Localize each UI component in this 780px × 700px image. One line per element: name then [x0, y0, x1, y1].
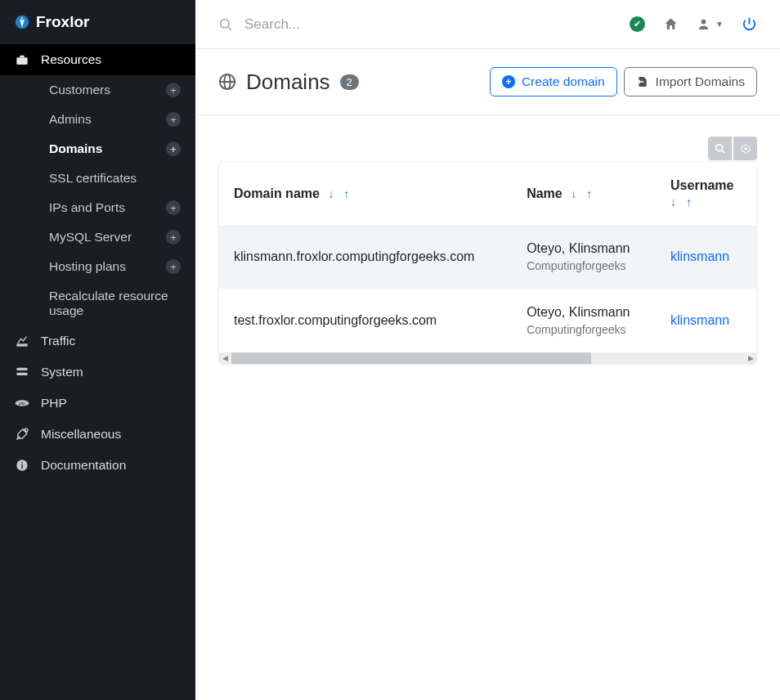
nav-section-php[interactable]: phpPHP	[0, 388, 195, 419]
sort-arrows-icon[interactable]: ↓ ↑	[571, 187, 595, 200]
nav-item-ips-and-ports[interactable]: IPs and Ports+	[34, 193, 195, 222]
svg-rect-4	[16, 368, 27, 370]
add-icon[interactable]: +	[166, 200, 181, 215]
horizontal-scrollbar[interactable]: ◀ ▶	[219, 352, 756, 364]
chevron-down-icon: ▼	[715, 20, 724, 29]
search-input[interactable]	[244, 16, 506, 33]
import-icon	[636, 75, 649, 88]
nav-item-hosting-plans[interactable]: Hosting plans+	[34, 252, 195, 281]
add-icon[interactable]: +	[166, 112, 181, 127]
create-domain-button[interactable]: + Create domain	[490, 67, 617, 96]
count-badge: 2	[340, 74, 359, 90]
cell-username[interactable]: klinsmann	[656, 289, 756, 352]
svg-rect-10	[21, 462, 22, 463]
scroll-left-icon[interactable]: ◀	[219, 352, 231, 364]
brand-name: Froxlor	[36, 13, 89, 31]
main: ✔ ▼ Domains 2 + Create domain	[195, 0, 780, 700]
nav-section-system[interactable]: System	[0, 357, 195, 388]
nav: ResourcesCustomers+Admins+Domains+SSL ce…	[0, 44, 195, 481]
svg-point-20	[744, 147, 747, 150]
section-icon	[15, 366, 29, 378]
nav-item-mysql-server[interactable]: MySQL Server+	[34, 222, 195, 252]
search-icon	[218, 17, 233, 32]
svg-rect-2	[20, 56, 24, 58]
sort-arrows-icon[interactable]: ↓ ↑	[328, 187, 352, 200]
svg-rect-9	[21, 464, 22, 469]
table-row[interactable]: test.froxlor.computingforgeeks.comOteyo,…	[219, 289, 756, 352]
add-icon[interactable]: +	[166, 141, 181, 156]
nav-section-resources[interactable]: Resources	[0, 44, 195, 75]
sort-arrows-icon[interactable]: ↓ ↑	[670, 195, 742, 209]
nav-item-admins[interactable]: Admins+	[34, 105, 195, 134]
svg-rect-3	[16, 343, 27, 346]
cell-name: Oteyo, KlinsmannComputingforgeeks	[512, 289, 656, 352]
section-icon	[15, 54, 29, 65]
cell-domain: klinsmann.froxlor.computingforgeeks.com	[219, 225, 512, 289]
svg-line-12	[228, 27, 231, 30]
cell-domain: test.froxlor.computingforgeeks.com	[219, 289, 512, 352]
globe-icon	[218, 73, 236, 91]
home-icon[interactable]	[663, 16, 679, 32]
create-label: Create domain	[522, 74, 605, 89]
sidebar: Froxlor ResourcesCustomers+Admins+Domain…	[0, 0, 195, 700]
page-title: Domains	[246, 70, 330, 95]
section-icon	[15, 335, 29, 347]
scrollbar-thumb[interactable]	[231, 352, 591, 364]
add-icon[interactable]: +	[166, 259, 181, 274]
content: Domain name ↓ ↑ Name ↓ ↑ Username ↓ ↑	[195, 115, 780, 386]
status-ok-icon[interactable]: ✔	[630, 16, 645, 32]
svg-rect-1	[16, 57, 27, 65]
nav-section-miscellaneous[interactable]: Miscellaneous	[0, 419, 195, 450]
import-label: Import Domains	[656, 74, 745, 89]
col-username[interactable]: Username ↓ ↑	[656, 162, 756, 225]
col-name[interactable]: Name ↓ ↑	[512, 162, 656, 225]
import-domains-button[interactable]: Import Domains	[624, 67, 757, 96]
search	[218, 16, 506, 33]
section-icon	[15, 459, 29, 472]
table-search-icon[interactable]	[708, 137, 732, 160]
page-header: Domains 2 + Create domain Import Domains	[195, 49, 780, 115]
top-actions: ✔ ▼	[630, 16, 757, 32]
svg-rect-5	[16, 373, 27, 375]
svg-point-13	[702, 20, 706, 25]
svg-point-18	[715, 144, 722, 150]
table-row[interactable]: klinsmann.froxlor.computingforgeeks.comO…	[219, 225, 756, 289]
domains-table: Domain name ↓ ↑ Name ↓ ↑ Username ↓ ↑	[218, 161, 757, 365]
topbar: ✔ ▼	[195, 0, 780, 49]
col-domain[interactable]: Domain name ↓ ↑	[219, 162, 512, 225]
user-menu[interactable]: ▼	[697, 17, 724, 31]
nav-item-domains[interactable]: Domains+	[34, 134, 195, 164]
svg-line-19	[721, 150, 724, 153]
scroll-right-icon[interactable]: ▶	[745, 352, 756, 364]
brand[interactable]: Froxlor	[0, 0, 195, 44]
table-settings-icon[interactable]	[733, 137, 757, 160]
svg-point-11	[221, 19, 230, 28]
plus-circle-icon: +	[502, 75, 515, 88]
cell-username[interactable]: klinsmann	[656, 225, 756, 289]
cell-name: Oteyo, KlinsmannComputingforgeeks	[512, 225, 656, 289]
nav-section-traffic[interactable]: Traffic	[0, 325, 195, 357]
app-logo-icon	[15, 13, 29, 31]
nav-item-ssl-certificates[interactable]: SSL certificates	[34, 164, 195, 193]
nav-item-customers[interactable]: Customers+	[34, 75, 195, 105]
nav-section-documentation[interactable]: Documentation	[0, 450, 195, 481]
section-icon	[15, 428, 29, 441]
add-icon[interactable]: +	[166, 83, 181, 97]
section-icon: php	[15, 398, 29, 408]
power-icon[interactable]	[742, 16, 757, 32]
nav-item-recalculate-resource-usage[interactable]: Recalculate resource usage	[34, 281, 195, 325]
svg-text:php: php	[19, 402, 25, 406]
add-icon[interactable]: +	[166, 230, 181, 245]
